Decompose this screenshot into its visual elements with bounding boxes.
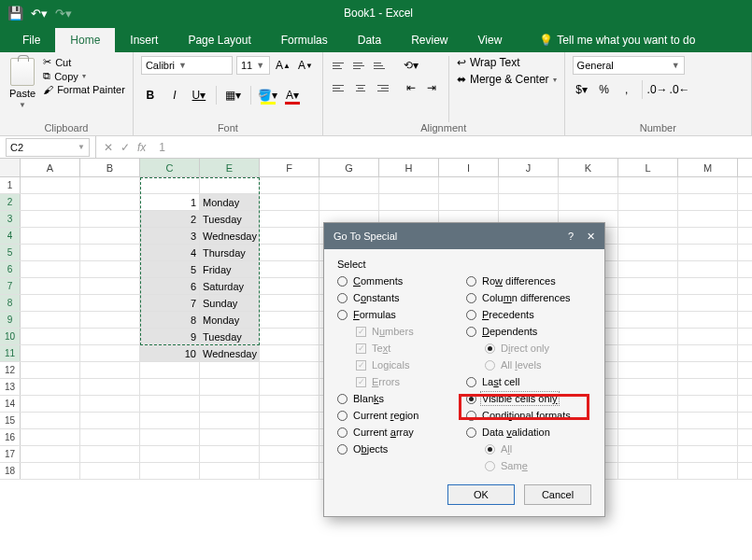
row-head[interactable]: 17 [0, 446, 21, 462]
cell[interactable] [678, 379, 738, 395]
cell[interactable] [319, 177, 379, 193]
cell[interactable] [80, 329, 140, 344]
redo-icon[interactable]: ↷▾ [55, 7, 72, 20]
cell[interactable] [21, 429, 80, 445]
opt-blanks[interactable]: Blanks [337, 393, 462, 404]
undo-icon[interactable]: ↶▾ [31, 7, 48, 20]
row-head[interactable]: 12 [0, 362, 21, 378]
col-head[interactable]: L [618, 159, 678, 176]
row-head[interactable]: 15 [0, 413, 21, 428]
align-center-button[interactable] [351, 80, 370, 95]
row-head[interactable]: 7 [0, 278, 21, 294]
cell[interactable] [559, 194, 618, 210]
formula-value[interactable]: 1 [159, 141, 165, 154]
align-right-button[interactable] [372, 80, 390, 95]
fx-icon[interactable]: fx [137, 141, 146, 154]
cell[interactable]: 1 [140, 194, 200, 210]
tab-review[interactable]: Review [396, 28, 462, 52]
cell[interactable] [678, 463, 738, 479]
cell[interactable] [260, 228, 319, 244]
cell[interactable] [21, 463, 80, 479]
cell[interactable]: Saturday [200, 278, 260, 294]
cell[interactable] [678, 413, 738, 428]
cell[interactable] [439, 177, 499, 193]
cell[interactable] [80, 278, 140, 294]
cell[interactable] [618, 413, 678, 428]
cell[interactable] [200, 463, 260, 479]
dialog-titlebar[interactable]: Go To Special ? ✕ [324, 223, 604, 249]
accounting-format-button[interactable]: $▾ [573, 80, 591, 99]
cell[interactable]: 5 [140, 261, 200, 277]
save-icon[interactable]: 💾 [7, 7, 23, 20]
cell[interactable] [21, 362, 80, 378]
cell[interactable] [200, 362, 260, 378]
cell[interactable] [140, 396, 200, 412]
align-bottom-button[interactable] [372, 58, 390, 73]
cell[interactable] [200, 413, 260, 428]
tab-file[interactable]: File [7, 28, 55, 52]
cell[interactable] [80, 194, 140, 210]
cell[interactable] [678, 312, 738, 328]
font-size-combo[interactable]: 11▼ [236, 56, 270, 75]
merge-center-button[interactable]: ⬌Merge & Center▾ [457, 73, 557, 86]
col-head[interactable]: K [559, 159, 618, 176]
cell[interactable] [80, 362, 140, 378]
col-head[interactable]: C [140, 159, 200, 176]
cell[interactable] [260, 345, 319, 361]
opt-constants[interactable]: Constants [337, 292, 462, 303]
cell[interactable] [21, 413, 80, 428]
opt-objects[interactable]: Objects [337, 443, 462, 455]
opt-formulas[interactable]: Formulas [337, 309, 462, 320]
cell[interactable] [21, 446, 80, 462]
cell[interactable] [140, 413, 200, 428]
cell[interactable] [260, 396, 319, 412]
row-head[interactable]: 5 [0, 245, 21, 260]
cell[interactable] [260, 312, 319, 328]
opt-last-cell[interactable]: Last cell [466, 376, 591, 387]
cell[interactable] [140, 463, 200, 479]
col-head[interactable]: F [260, 159, 319, 176]
cell[interactable] [21, 228, 80, 244]
cell[interactable] [618, 396, 678, 412]
comma-format-button[interactable]: , [617, 80, 636, 99]
cell[interactable] [499, 194, 559, 210]
align-middle-button[interactable] [351, 58, 370, 73]
font-color-button[interactable]: A▾ [283, 86, 302, 105]
cell[interactable] [678, 194, 738, 210]
cell[interactable] [319, 194, 379, 210]
cell[interactable]: Monday [200, 312, 260, 328]
col-head[interactable]: J [499, 159, 559, 176]
cell[interactable] [618, 228, 678, 244]
cancel-button[interactable]: Cancel [524, 484, 591, 505]
align-top-button[interactable] [331, 58, 349, 73]
row-head[interactable]: 10 [0, 329, 21, 344]
cell[interactable] [21, 329, 80, 344]
cell[interactable] [260, 413, 319, 428]
col-head[interactable]: E [200, 159, 260, 176]
fill-color-button[interactable]: 🪣▾ [259, 86, 277, 105]
col-head[interactable]: G [319, 159, 379, 176]
cell[interactable] [618, 329, 678, 344]
increase-font-icon[interactable]: A▲ [274, 56, 292, 75]
cancel-formula-icon[interactable]: ✕ [104, 141, 113, 154]
cell[interactable] [200, 396, 260, 412]
row-head[interactable]: 14 [0, 396, 21, 412]
cell[interactable] [618, 379, 678, 395]
row-head[interactable]: 1 [0, 177, 21, 193]
cell[interactable] [140, 362, 200, 378]
opt-visible-cells[interactable]: Visible cells only [466, 393, 591, 404]
row-head[interactable]: 6 [0, 261, 21, 277]
cell[interactable]: Tuesday [200, 211, 260, 227]
col-head[interactable]: M [678, 159, 738, 176]
tab-view[interactable]: View [463, 28, 518, 52]
col-head[interactable]: I [439, 159, 499, 176]
help-icon[interactable]: ? [568, 231, 574, 243]
decrease-decimal-button[interactable]: .0← [671, 80, 689, 99]
row-head[interactable]: 16 [0, 429, 21, 445]
cell[interactable] [379, 177, 439, 193]
cell[interactable]: Sunday [200, 295, 260, 311]
cell[interactable] [140, 177, 200, 193]
cell[interactable]: 6 [140, 278, 200, 294]
cell[interactable] [618, 295, 678, 311]
row-head[interactable]: 13 [0, 379, 21, 395]
